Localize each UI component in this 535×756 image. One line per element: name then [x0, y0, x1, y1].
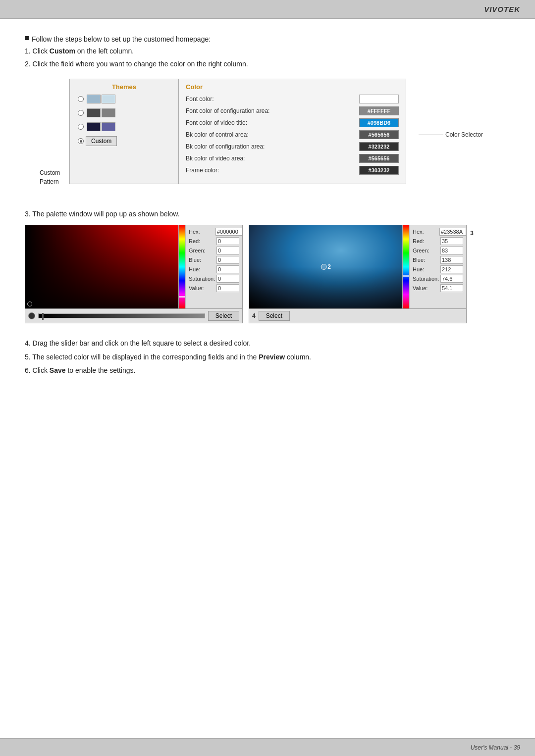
custom-pattern-label: Custom Pattern [40, 168, 60, 186]
red-input-left[interactable] [216, 237, 239, 245]
theme-item-2[interactable] [78, 108, 170, 117]
right-color-gradient[interactable]: 2 1 [249, 225, 402, 308]
theme-preview-1 [87, 95, 115, 103]
left-picker-bottom: Select [25, 309, 243, 323]
content-area: Follow the steps below to set up the cus… [0, 19, 535, 398]
hex-input-left[interactable] [215, 228, 243, 236]
right-annotation-2-group: 2 [321, 263, 331, 270]
right-annotation-2: 2 [327, 263, 331, 270]
themes-color-panel: Themes [69, 79, 406, 184]
color-row-2: Font color of video title: #098BD6 [186, 118, 399, 127]
color-swatch-6[interactable]: #303232 [359, 166, 399, 175]
step3-text: 3. The palette window will pop up as sho… [25, 210, 510, 218]
custom-button[interactable]: Custom [86, 136, 117, 146]
custom-row[interactable]: Custom [78, 136, 170, 146]
hue-row-left: Hue: [189, 265, 239, 273]
brand-logo: VIVOTEK [484, 5, 520, 13]
hue-label-right: Hue: [413, 266, 438, 272]
saturation-input-left[interactable] [216, 275, 239, 283]
page-number: User's Manual - 39 [471, 744, 520, 751]
color-swatch-5[interactable]: #565656 [359, 154, 399, 163]
color-row-4: Bk color of configuration area: #323232 [186, 142, 399, 151]
red-label-right: Red: [413, 238, 438, 244]
custom-label-top: Custom [40, 168, 60, 177]
color-selector-label: Color Selector [445, 131, 483, 138]
color-swatch-3[interactable]: #565656 [359, 130, 399, 139]
custom-label-bottom: Pattern [40, 177, 60, 186]
right-hue-indicator [403, 275, 409, 277]
radio-3[interactable] [78, 124, 84, 130]
right-picker-container: 2 1 Hex: [249, 225, 467, 323]
pickers-row: Hex: Red: Green: Blue: [25, 225, 510, 323]
color-row-1: Font color of configuration area: #FFFFF… [186, 106, 399, 115]
value-input-right[interactable] [440, 284, 463, 292]
blue-label-right: Blue: [413, 257, 438, 263]
hue-input-right[interactable] [440, 265, 463, 273]
color-label-2: Font color of video title: [186, 119, 359, 126]
top-bar: VIVOTEK [0, 0, 535, 19]
blue-row-left: Blue: [189, 256, 239, 264]
value-row-left: Value: [189, 284, 239, 292]
color-swatch-4[interactable]: #323232 [359, 142, 399, 151]
right-hue-bar[interactable] [402, 225, 409, 308]
step5-bold: Preview [259, 353, 285, 361]
left-select-button[interactable]: Select [208, 311, 239, 321]
screenshot-area-1: Themes [25, 79, 406, 195]
value-input-left[interactable] [216, 284, 239, 292]
blue-label-left: Blue: [189, 257, 214, 263]
color-value-4: #323232 [369, 144, 390, 150]
hue-row-right: Hue: [413, 265, 463, 273]
right-annotation-4: 4 [252, 312, 256, 319]
blue-input-right[interactable] [440, 256, 463, 264]
value-label-left: Value: [189, 285, 214, 291]
green-input-right[interactable] [440, 247, 463, 254]
theme-item-3[interactable] [78, 122, 170, 131]
green-input-left[interactable] [216, 247, 239, 254]
left-slider-handle [42, 313, 44, 320]
color-panel-title: Color [186, 83, 399, 91]
color-value-6: #303232 [369, 167, 390, 173]
instructions-block: Follow the steps below to set up the cus… [25, 34, 510, 70]
step6-text: 6. Click Save to enable the settings. [25, 364, 510, 377]
theme-color-2a [87, 108, 101, 117]
left-brightness-slider[interactable] [38, 313, 205, 318]
hex-row-right: Hex: [413, 228, 463, 236]
color-value-5: #565656 [369, 155, 390, 161]
hex-label-right: Hex: [413, 229, 438, 235]
saturation-label-left: Saturation: [189, 276, 215, 282]
color-swatch-2[interactable]: #098BD6 [359, 118, 399, 127]
saturation-input-right[interactable] [440, 275, 463, 283]
step1-bold: Custom [50, 47, 75, 55]
color-row-3: Bk color of control area: #565656 [186, 130, 399, 139]
themes-title: Themes [78, 83, 170, 91]
green-row-right: Green: [413, 247, 463, 254]
right-annotation-radio [321, 264, 326, 270]
theme-item-1[interactable] [78, 95, 170, 103]
red-input-right[interactable] [440, 237, 463, 245]
radio-custom[interactable] [78, 138, 84, 144]
right-picker-panel: 2 1 Hex: [249, 225, 467, 309]
color-selector-annotation: Color Selector [419, 131, 483, 138]
blue-input-left[interactable] [216, 256, 239, 264]
radio-1[interactable] [78, 96, 84, 102]
hex-input-right[interactable] [439, 228, 466, 236]
color-swatch-0[interactable] [359, 95, 399, 103]
left-hue-bar[interactable] [178, 225, 185, 308]
page: VIVOTEK Follow the steps below to set up… [0, 0, 535, 756]
left-picker-fields: Hex: Red: Green: Blue: [185, 225, 242, 308]
left-picker-container: Hex: Red: Green: Blue: [25, 225, 243, 323]
left-color-gradient[interactable] [25, 225, 178, 308]
step6-bold: Save [50, 366, 66, 374]
color-label-5: Bk color of video area: [186, 155, 359, 162]
steps-bottom: 4. Drag the slider bar and click on the … [25, 337, 510, 377]
hue-input-left[interactable] [216, 265, 239, 273]
red-row-left: Red: [189, 237, 239, 245]
color-label-6: Frame color: [186, 167, 359, 174]
color-swatch-1[interactable]: #FFFFFF [359, 106, 399, 115]
green-label-left: Green: [189, 248, 214, 253]
step5-text: 5. The selected color will be displayed … [25, 351, 510, 363]
right-select-button[interactable]: Select [259, 311, 290, 321]
radio-2[interactable] [78, 110, 84, 116]
annotation-line [419, 135, 443, 135]
left-color-preview-circle [28, 312, 35, 319]
